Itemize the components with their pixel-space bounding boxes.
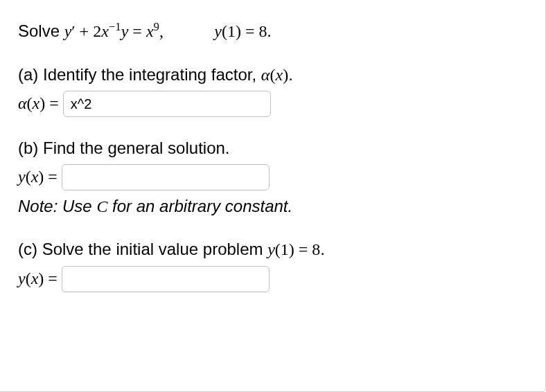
arbitrary-constant-note: Note: Use C for an arbitrary constant. (18, 195, 527, 219)
y-ivp-lhs: y(x) = (18, 267, 58, 291)
ode-equation: y′ + 2x−1y = x9, (64, 20, 164, 44)
problem-panel: Solve y′ + 2x−1y = x9, y(1) = 8. (a) Ide… (0, 0, 546, 392)
y-ivp-input[interactable] (62, 266, 270, 292)
problem-statement: Solve y′ + 2x−1y = x9, y(1) = 8. (18, 19, 527, 44)
alpha-lhs: α(x) = (18, 92, 59, 116)
initial-condition: y(1) = 8. (214, 20, 271, 44)
y-general-lhs: y(x) = (18, 166, 58, 189)
part-b: (b) Find the general solution. y(x) = No… (18, 136, 527, 218)
alpha-input[interactable] (63, 91, 271, 117)
solve-prefix: Solve (18, 21, 64, 40)
part-a-prompt: (a) Identify the integrating factor, α(x… (18, 63, 527, 87)
part-a: (a) Identify the integrating factor, α(x… (18, 63, 527, 118)
y-general-input[interactable] (62, 164, 270, 190)
part-c: (c) Solve the initial value problem y(1)… (18, 238, 527, 292)
part-b-prompt: (b) Find the general solution. (18, 136, 527, 160)
part-c-prompt: (c) Solve the initial value problem y(1)… (18, 238, 527, 262)
